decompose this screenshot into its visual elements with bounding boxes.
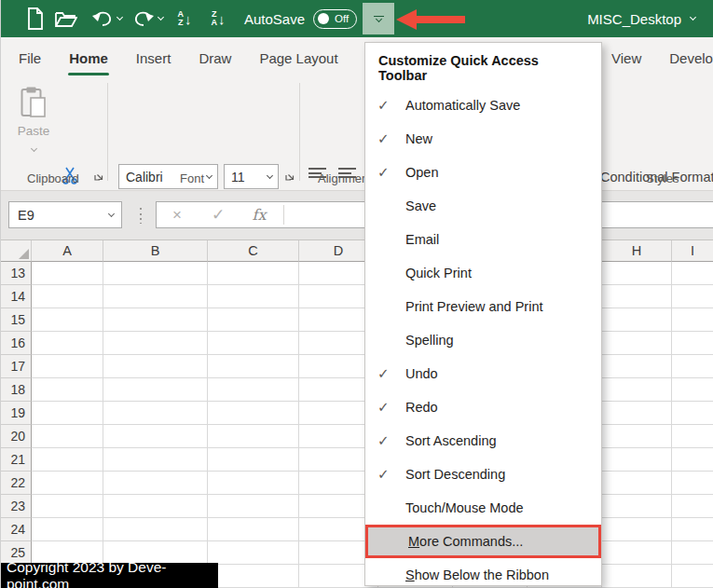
row-header-19[interactable]: 19: [1, 402, 32, 425]
cell-I19[interactable]: [672, 402, 713, 425]
font-dialog-launcher-icon[interactable]: [285, 168, 295, 185]
cell-B21[interactable]: [103, 448, 208, 472]
cell-A22[interactable]: [32, 472, 103, 495]
menu-item-new[interactable]: ✓New: [365, 122, 601, 156]
undo-dropdown-chevron-icon[interactable]: [117, 14, 123, 21]
cell-H23[interactable]: [602, 495, 672, 518]
cell-I24[interactable]: [672, 518, 713, 541]
sort-ascending-icon[interactable]: AZ↓: [172, 7, 197, 30]
cell-C22[interactable]: [208, 472, 299, 495]
undo-icon[interactable]: [90, 7, 115, 30]
cell-B15[interactable]: [103, 308, 208, 332]
formula-bar-drag-handle[interactable]: [140, 208, 142, 224]
cancel-button[interactable]: ×: [157, 206, 198, 225]
cell-H13[interactable]: [602, 262, 672, 285]
name-box-chevron-icon[interactable]: [108, 211, 115, 217]
cell-A17[interactable]: [32, 355, 103, 378]
row-header-22[interactable]: 22: [1, 472, 32, 495]
cell-H21[interactable]: [602, 448, 672, 472]
cell-C16[interactable]: [208, 332, 299, 355]
row-header-17[interactable]: 17: [1, 355, 32, 378]
cell-A14[interactable]: [32, 285, 103, 308]
cell-H26[interactable]: [602, 565, 672, 588]
row-header-18[interactable]: 18: [1, 378, 32, 402]
cell-H22[interactable]: [602, 472, 672, 495]
tab-home[interactable]: Home: [55, 37, 122, 79]
cell-A21[interactable]: [32, 448, 103, 472]
cell-B18[interactable]: [103, 378, 208, 402]
select-all-corner[interactable]: [1, 240, 32, 262]
cell-B22[interactable]: [103, 472, 208, 495]
cell-I21[interactable]: [672, 448, 713, 472]
row-header-15[interactable]: 15: [1, 308, 32, 332]
menu-item-redo[interactable]: ✓Redo: [365, 390, 601, 424]
tab-page-layout[interactable]: Page Layout: [245, 37, 351, 79]
row-header-24[interactable]: 24: [1, 518, 32, 541]
tab-view[interactable]: View: [597, 37, 655, 79]
cell-C20[interactable]: [208, 425, 299, 448]
cell-C21[interactable]: [208, 448, 299, 472]
cell-H14[interactable]: [602, 285, 672, 308]
column-header-A[interactable]: A: [32, 240, 103, 262]
clipboard-dialog-launcher-icon[interactable]: [94, 168, 103, 185]
cell-I16[interactable]: [672, 332, 713, 355]
cell-H24[interactable]: [602, 518, 672, 541]
row-header-13[interactable]: 13: [1, 262, 32, 285]
cell-H25[interactable]: [602, 541, 672, 565]
cell-B17[interactable]: [103, 355, 208, 378]
menu-item-more-commands[interactable]: More Commands...: [365, 525, 601, 558]
menu-item-spelling[interactable]: Spelling: [365, 323, 601, 357]
cell-B13[interactable]: [103, 262, 208, 285]
title-dropdown-chevron-icon[interactable]: [690, 14, 696, 21]
column-header-I[interactable]: I: [672, 240, 713, 262]
menu-item-email[interactable]: Email: [365, 223, 601, 256]
cell-I25[interactable]: [672, 541, 713, 565]
cell-A16[interactable]: [32, 332, 103, 355]
tab-file[interactable]: File: [5, 37, 55, 79]
redo-dropdown-chevron-icon[interactable]: [158, 14, 164, 21]
menu-item-touch-mouse-mode[interactable]: Touch/Mouse Mode: [365, 491, 601, 525]
row-header-23[interactable]: 23: [1, 495, 32, 518]
insert-function-button[interactable]: fx: [239, 206, 280, 224]
cell-C17[interactable]: [208, 355, 299, 378]
cell-I18[interactable]: [672, 378, 713, 402]
cell-C26[interactable]: [208, 565, 299, 588]
cell-I13[interactable]: [672, 262, 713, 285]
cell-A18[interactable]: [32, 378, 103, 402]
cell-B24[interactable]: [103, 518, 208, 541]
menu-item-open[interactable]: ✓Open: [365, 156, 601, 189]
enter-button[interactable]: ✓: [198, 205, 239, 225]
cell-H17[interactable]: [602, 355, 672, 378]
sort-descending-icon[interactable]: ZA↓: [206, 7, 230, 30]
cell-C15[interactable]: [208, 308, 299, 332]
cell-H15[interactable]: [602, 308, 672, 332]
cell-C19[interactable]: [208, 402, 299, 425]
menu-item-automatically-save[interactable]: ✓Automatically Save: [365, 89, 601, 122]
tab-developer[interactable]: Developer: [655, 37, 713, 79]
cell-I14[interactable]: [672, 285, 713, 308]
cell-B14[interactable]: [103, 285, 208, 308]
cell-H18[interactable]: [602, 378, 672, 402]
row-header-14[interactable]: 14: [1, 285, 32, 308]
menu-item-sort-descending[interactable]: ✓Sort Descending: [365, 458, 601, 491]
customize-quick-access-toolbar-button[interactable]: [363, 3, 394, 34]
cell-C23[interactable]: [208, 495, 299, 518]
cell-H19[interactable]: [602, 402, 672, 425]
menu-item-print-preview-and-print[interactable]: Print Preview and Print: [365, 290, 601, 323]
cell-I17[interactable]: [672, 355, 713, 378]
cell-I26[interactable]: [672, 565, 713, 588]
autosave-toggle[interactable]: Off: [313, 9, 357, 29]
cell-B20[interactable]: [103, 425, 208, 448]
cell-C25[interactable]: [208, 541, 299, 565]
menu-item-quick-print[interactable]: Quick Print: [365, 256, 601, 290]
row-header-16[interactable]: 16: [1, 332, 32, 355]
name-box[interactable]: E9: [8, 201, 122, 228]
cell-A13[interactable]: [32, 262, 103, 285]
open-folder-icon[interactable]: [54, 7, 78, 30]
cell-A15[interactable]: [32, 308, 103, 332]
cell-I22[interactable]: [672, 472, 713, 495]
font-size-select[interactable]: 11: [224, 164, 279, 189]
paste-button[interactable]: Paste: [12, 87, 55, 155]
cell-I15[interactable]: [672, 308, 713, 332]
row-header-20[interactable]: 20: [1, 425, 32, 448]
